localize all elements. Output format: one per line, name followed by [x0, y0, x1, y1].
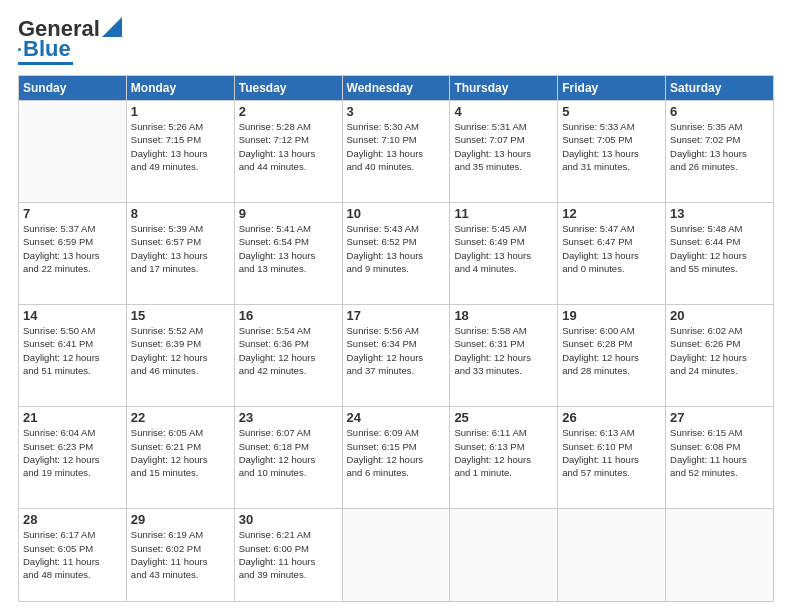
- day-number: 21: [23, 410, 122, 425]
- calendar-cell: 17Sunrise: 5:56 AM Sunset: 6:34 PM Dayli…: [342, 305, 450, 407]
- calendar-cell: 29Sunrise: 6:19 AM Sunset: 6:02 PM Dayli…: [126, 509, 234, 602]
- day-info: Sunrise: 6:00 AM Sunset: 6:28 PM Dayligh…: [562, 324, 661, 377]
- calendar-cell: 26Sunrise: 6:13 AM Sunset: 6:10 PM Dayli…: [558, 407, 666, 509]
- calendar-cell: [342, 509, 450, 602]
- day-info: Sunrise: 5:54 AM Sunset: 6:36 PM Dayligh…: [239, 324, 338, 377]
- calendar-cell: [666, 509, 774, 602]
- day-number: 11: [454, 206, 553, 221]
- day-info: Sunrise: 6:05 AM Sunset: 6:21 PM Dayligh…: [131, 426, 230, 479]
- day-info: Sunrise: 6:21 AM Sunset: 6:00 PM Dayligh…: [239, 528, 338, 581]
- day-info: Sunrise: 6:09 AM Sunset: 6:15 PM Dayligh…: [347, 426, 446, 479]
- day-number: 22: [131, 410, 230, 425]
- day-number: 8: [131, 206, 230, 221]
- calendar-cell: 20Sunrise: 6:02 AM Sunset: 6:26 PM Dayli…: [666, 305, 774, 407]
- calendar-cell: 28Sunrise: 6:17 AM Sunset: 6:05 PM Dayli…: [19, 509, 127, 602]
- calendar-cell: [19, 101, 127, 203]
- day-number: 29: [131, 512, 230, 527]
- day-number: 20: [670, 308, 769, 323]
- day-info: Sunrise: 5:50 AM Sunset: 6:41 PM Dayligh…: [23, 324, 122, 377]
- calendar-cell: 27Sunrise: 6:15 AM Sunset: 6:08 PM Dayli…: [666, 407, 774, 509]
- day-number: 18: [454, 308, 553, 323]
- day-info: Sunrise: 6:19 AM Sunset: 6:02 PM Dayligh…: [131, 528, 230, 581]
- calendar-cell: 8Sunrise: 5:39 AM Sunset: 6:57 PM Daylig…: [126, 203, 234, 305]
- calendar-cell: 11Sunrise: 5:45 AM Sunset: 6:49 PM Dayli…: [450, 203, 558, 305]
- calendar-cell: 1Sunrise: 5:26 AM Sunset: 7:15 PM Daylig…: [126, 101, 234, 203]
- svg-marker-0: [102, 17, 122, 37]
- week-row-5: 28Sunrise: 6:17 AM Sunset: 6:05 PM Dayli…: [19, 509, 774, 602]
- day-info: Sunrise: 5:48 AM Sunset: 6:44 PM Dayligh…: [670, 222, 769, 275]
- calendar-cell: 23Sunrise: 6:07 AM Sunset: 6:18 PM Dayli…: [234, 407, 342, 509]
- calendar-cell: 6Sunrise: 5:35 AM Sunset: 7:02 PM Daylig…: [666, 101, 774, 203]
- weekday-header-friday: Friday: [558, 76, 666, 101]
- day-number: 12: [562, 206, 661, 221]
- day-number: 30: [239, 512, 338, 527]
- weekday-header-thursday: Thursday: [450, 76, 558, 101]
- day-number: 24: [347, 410, 446, 425]
- day-info: Sunrise: 5:41 AM Sunset: 6:54 PM Dayligh…: [239, 222, 338, 275]
- calendar-cell: 14Sunrise: 5:50 AM Sunset: 6:41 PM Dayli…: [19, 305, 127, 407]
- calendar-cell: 30Sunrise: 6:21 AM Sunset: 6:00 PM Dayli…: [234, 509, 342, 602]
- calendar-cell: [450, 509, 558, 602]
- day-number: 4: [454, 104, 553, 119]
- day-info: Sunrise: 6:17 AM Sunset: 6:05 PM Dayligh…: [23, 528, 122, 581]
- day-info: Sunrise: 5:43 AM Sunset: 6:52 PM Dayligh…: [347, 222, 446, 275]
- day-info: Sunrise: 6:02 AM Sunset: 6:26 PM Dayligh…: [670, 324, 769, 377]
- calendar-cell: 21Sunrise: 6:04 AM Sunset: 6:23 PM Dayli…: [19, 407, 127, 509]
- day-info: Sunrise: 5:52 AM Sunset: 6:39 PM Dayligh…: [131, 324, 230, 377]
- day-info: Sunrise: 6:04 AM Sunset: 6:23 PM Dayligh…: [23, 426, 122, 479]
- day-info: Sunrise: 6:07 AM Sunset: 6:18 PM Dayligh…: [239, 426, 338, 479]
- day-info: Sunrise: 5:31 AM Sunset: 7:07 PM Dayligh…: [454, 120, 553, 173]
- calendar-table: SundayMondayTuesdayWednesdayThursdayFrid…: [18, 75, 774, 602]
- calendar-cell: 24Sunrise: 6:09 AM Sunset: 6:15 PM Dayli…: [342, 407, 450, 509]
- day-number: 27: [670, 410, 769, 425]
- weekday-header-saturday: Saturday: [666, 76, 774, 101]
- calendar-cell: 12Sunrise: 5:47 AM Sunset: 6:47 PM Dayli…: [558, 203, 666, 305]
- day-number: 5: [562, 104, 661, 119]
- day-number: 1: [131, 104, 230, 119]
- calendar-cell: 9Sunrise: 5:41 AM Sunset: 6:54 PM Daylig…: [234, 203, 342, 305]
- week-row-1: 1Sunrise: 5:26 AM Sunset: 7:15 PM Daylig…: [19, 101, 774, 203]
- header: General Blue: [18, 18, 774, 65]
- day-number: 25: [454, 410, 553, 425]
- calendar-cell: 15Sunrise: 5:52 AM Sunset: 6:39 PM Dayli…: [126, 305, 234, 407]
- day-info: Sunrise: 5:56 AM Sunset: 6:34 PM Dayligh…: [347, 324, 446, 377]
- day-number: 7: [23, 206, 122, 221]
- weekday-header-row: SundayMondayTuesdayWednesdayThursdayFrid…: [19, 76, 774, 101]
- day-number: 19: [562, 308, 661, 323]
- day-info: Sunrise: 5:35 AM Sunset: 7:02 PM Dayligh…: [670, 120, 769, 173]
- day-number: 16: [239, 308, 338, 323]
- day-info: Sunrise: 6:13 AM Sunset: 6:10 PM Dayligh…: [562, 426, 661, 479]
- calendar-cell: 10Sunrise: 5:43 AM Sunset: 6:52 PM Dayli…: [342, 203, 450, 305]
- day-number: 9: [239, 206, 338, 221]
- logo-underline: [18, 62, 73, 65]
- day-info: Sunrise: 5:37 AM Sunset: 6:59 PM Dayligh…: [23, 222, 122, 275]
- calendar-cell: 2Sunrise: 5:28 AM Sunset: 7:12 PM Daylig…: [234, 101, 342, 203]
- day-number: 28: [23, 512, 122, 527]
- day-info: Sunrise: 5:33 AM Sunset: 7:05 PM Dayligh…: [562, 120, 661, 173]
- day-info: Sunrise: 5:28 AM Sunset: 7:12 PM Dayligh…: [239, 120, 338, 173]
- calendar-cell: 5Sunrise: 5:33 AM Sunset: 7:05 PM Daylig…: [558, 101, 666, 203]
- day-info: Sunrise: 5:58 AM Sunset: 6:31 PM Dayligh…: [454, 324, 553, 377]
- calendar-cell: 19Sunrise: 6:00 AM Sunset: 6:28 PM Dayli…: [558, 305, 666, 407]
- week-row-4: 21Sunrise: 6:04 AM Sunset: 6:23 PM Dayli…: [19, 407, 774, 509]
- day-number: 2: [239, 104, 338, 119]
- day-number: 14: [23, 308, 122, 323]
- day-number: 26: [562, 410, 661, 425]
- day-number: 10: [347, 206, 446, 221]
- calendar-cell: 18Sunrise: 5:58 AM Sunset: 6:31 PM Dayli…: [450, 305, 558, 407]
- day-info: Sunrise: 6:15 AM Sunset: 6:08 PM Dayligh…: [670, 426, 769, 479]
- day-info: Sunrise: 5:30 AM Sunset: 7:10 PM Dayligh…: [347, 120, 446, 173]
- day-info: Sunrise: 6:11 AM Sunset: 6:13 PM Dayligh…: [454, 426, 553, 479]
- day-number: 13: [670, 206, 769, 221]
- calendar-cell: 22Sunrise: 6:05 AM Sunset: 6:21 PM Dayli…: [126, 407, 234, 509]
- week-row-3: 14Sunrise: 5:50 AM Sunset: 6:41 PM Dayli…: [19, 305, 774, 407]
- week-row-2: 7Sunrise: 5:37 AM Sunset: 6:59 PM Daylig…: [19, 203, 774, 305]
- day-number: 23: [239, 410, 338, 425]
- calendar-cell: 13Sunrise: 5:48 AM Sunset: 6:44 PM Dayli…: [666, 203, 774, 305]
- day-info: Sunrise: 5:47 AM Sunset: 6:47 PM Dayligh…: [562, 222, 661, 275]
- day-number: 6: [670, 104, 769, 119]
- logo-blue-text: Blue: [23, 38, 71, 60]
- weekday-header-tuesday: Tuesday: [234, 76, 342, 101]
- logo-arrow-icon: [102, 17, 122, 37]
- weekday-header-sunday: Sunday: [19, 76, 127, 101]
